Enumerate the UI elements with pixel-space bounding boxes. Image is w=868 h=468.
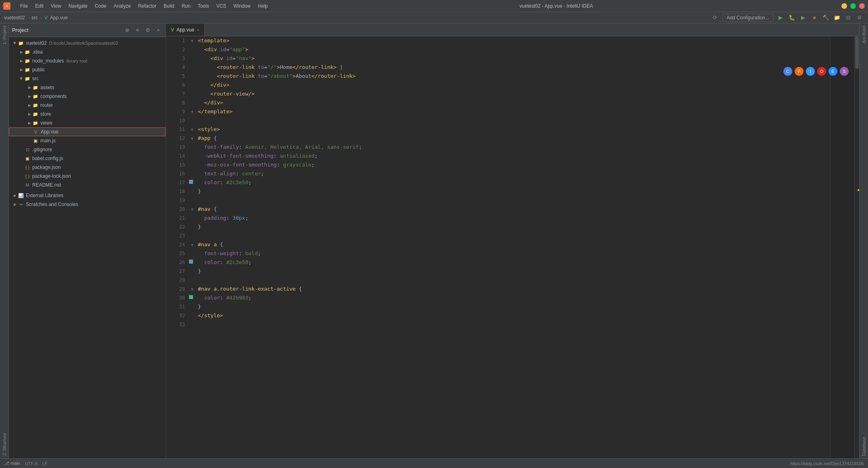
gutter-empty-10 xyxy=(188,116,196,125)
menu-refactor[interactable]: Refactor xyxy=(135,2,160,10)
bottom-bar: ⎇ main UTF-8 LF https://blog.csdn.net/Da… xyxy=(0,458,868,468)
run-sync-icon[interactable]: ⟳ xyxy=(711,13,720,22)
editor-scrollbar[interactable] xyxy=(854,36,859,458)
add-configuration-button[interactable]: Add Configuration... xyxy=(722,14,774,22)
menu-edit[interactable]: Edit xyxy=(32,2,47,10)
menu-tools[interactable]: Tools xyxy=(195,2,212,10)
menu-help[interactable]: Help xyxy=(255,2,271,10)
titlebar: ♦ File Edit View Navigate Code Analyze R… xyxy=(0,0,868,12)
project-tab-label[interactable]: 1: Project xyxy=(1,23,8,47)
close-button[interactable]: × xyxy=(859,3,865,9)
debug-button[interactable]: 🐛 xyxy=(787,13,796,22)
code-line-6: </div> xyxy=(198,81,830,89)
menu-vcs[interactable]: VCS xyxy=(213,2,230,10)
hide-panel-icon[interactable]: × xyxy=(154,26,162,34)
collapse-icon[interactable]: ≡ xyxy=(133,26,141,34)
edge-icon[interactable]: E xyxy=(829,67,837,76)
fold-marker-11[interactable]: ▼ xyxy=(188,125,196,134)
folder-icon: 📁 xyxy=(24,49,31,55)
breadcrumb-project[interactable]: vuetest02 xyxy=(4,15,25,21)
panel-header: Project ⊕ ≡ ⚙ × xyxy=(9,23,166,37)
breadcrumb-src[interactable]: src xyxy=(31,15,38,21)
tree-label-babel-config: babel.config.js xyxy=(32,156,63,161)
tree-item-main-js[interactable]: ▶ ▣ main.js xyxy=(9,136,166,145)
database-label[interactable]: Database xyxy=(861,435,867,458)
tree-item-scratches[interactable]: ▶ ✏ Scratches and Consoles xyxy=(9,200,166,209)
tree-item-views[interactable]: ▶ 📁 views xyxy=(9,119,166,127)
ant-build-label[interactable]: Ant Build xyxy=(861,23,867,46)
stop-button[interactable]: ■ xyxy=(810,13,819,22)
tree-item-package-lock-json[interactable]: ▶ { } package-lock.json xyxy=(9,172,166,181)
tree-item-src[interactable]: ▶ 📁 src xyxy=(9,74,166,83)
ie-icon[interactable]: I xyxy=(806,67,815,76)
menu-navigate[interactable]: Navigate xyxy=(65,2,91,10)
code-line-21: padding: 30px; xyxy=(198,214,830,223)
open-finder-button[interactable]: 📁 xyxy=(833,13,841,22)
settings-panel-icon[interactable]: ⚙ xyxy=(144,26,152,34)
tree-item-router[interactable]: ▶ 📁 router xyxy=(9,101,166,110)
code-line-28 xyxy=(198,276,830,285)
tree-item-components[interactable]: ▶ 📁 components xyxy=(9,92,166,101)
menu-run[interactable]: Run xyxy=(179,2,194,10)
tree-item-idea[interactable]: ▶ 📁 .idea xyxy=(9,48,166,56)
run-coverage-button[interactable]: ▶ xyxy=(799,13,808,22)
menu-analyze[interactable]: Analyze xyxy=(110,2,134,10)
expand-arrow: ▶ xyxy=(19,58,24,64)
run-button[interactable]: ▶ xyxy=(776,13,785,22)
tab-app-vue[interactable]: V App.vue × xyxy=(166,24,205,36)
line-num-2: 2 xyxy=(166,45,185,54)
chrome-icon[interactable]: C xyxy=(783,67,792,76)
menu-code[interactable]: Code xyxy=(91,2,110,10)
opera-icon[interactable]: O xyxy=(817,67,826,76)
menu-build[interactable]: Build xyxy=(160,2,178,10)
fold-marker-20[interactable]: ▼ xyxy=(188,205,196,214)
line-num-11: 11 xyxy=(166,125,185,134)
tree-item-assets[interactable]: ▶ 📁 assets xyxy=(9,83,166,92)
line-num-25: 25 xyxy=(166,249,185,258)
tree-item-node-modules[interactable]: ▶ 📁 node_modules library root xyxy=(9,56,166,65)
fold-marker-12[interactable]: ▼ xyxy=(188,134,196,143)
safari-icon[interactable]: S xyxy=(840,67,849,76)
tree-item-babel-config[interactable]: ▶ ▣ babel.config.js xyxy=(9,154,166,163)
tab-close-icon[interactable]: × xyxy=(197,27,199,32)
minimize-button[interactable]: − xyxy=(841,3,847,9)
locate-icon[interactable]: ⊕ xyxy=(123,26,131,34)
maximize-button[interactable]: □ xyxy=(850,3,856,9)
firefox-icon[interactable]: F xyxy=(795,67,804,76)
breadcrumb-file[interactable]: V xyxy=(44,15,48,21)
tree-item-store[interactable]: ▶ 📁 store xyxy=(9,110,166,119)
fold-marker-29[interactable]: ▼ xyxy=(188,285,196,293)
tree-label-src: src xyxy=(32,76,39,81)
bottom-branch[interactable]: ⎇ main xyxy=(4,461,20,466)
gutter-empty-15 xyxy=(188,160,196,169)
breadcrumb-filename[interactable]: App.vue xyxy=(50,15,68,21)
tree-item-external-libraries[interactable]: ▶ 📊 External Libraries xyxy=(9,191,166,200)
code-line-19 xyxy=(198,196,830,205)
line-num-12: 12 xyxy=(166,134,185,143)
code-line-17: color: #2c3e50; xyxy=(198,178,830,187)
tree-label-views: views xyxy=(40,120,52,126)
tree-item-app-vue[interactable]: ▶ V App.vue xyxy=(9,127,166,136)
split-horizontal-button[interactable]: ⊟ xyxy=(844,13,853,22)
expand-arrow: ▶ xyxy=(19,67,24,73)
structure-tab-label[interactable]: 2: Structure xyxy=(1,431,8,458)
menu-file[interactable]: File xyxy=(17,2,31,10)
tree-item-gitignore[interactable]: ▶ ⊡ .gitignore xyxy=(9,145,166,154)
gutter-empty-17 xyxy=(188,178,196,187)
menu-window[interactable]: Window xyxy=(230,2,254,10)
build-button[interactable]: 🔨 xyxy=(821,13,830,22)
line-num-29: 29 xyxy=(166,285,185,293)
menu-view[interactable]: View xyxy=(48,2,64,10)
fold-marker-24[interactable]: ▼ xyxy=(188,240,196,249)
code-editor[interactable]: <template> <div id="app"> <div id="nav">… xyxy=(196,36,830,458)
fold-marker-1[interactable]: ▼ xyxy=(188,36,196,45)
tree-item-package-json[interactable]: ▶ { } package.json xyxy=(9,163,166,172)
settings-button[interactable]: ⚙ xyxy=(855,13,864,22)
code-line-8: </div> xyxy=(198,98,830,107)
tree-root-vuetest02[interactable]: ▶ 📁 vuetest02 D:\tools\JavaWorkSpace\vue… xyxy=(9,39,166,48)
tree-item-public[interactable]: ▶ 📁 public xyxy=(9,65,166,74)
fold-marker-9[interactable]: ▼ xyxy=(188,107,196,116)
expand-arrow: ▶ xyxy=(27,111,32,117)
tree-item-readme[interactable]: ▶ M README.md xyxy=(9,181,166,189)
scrollbar-thumb[interactable] xyxy=(855,36,859,69)
